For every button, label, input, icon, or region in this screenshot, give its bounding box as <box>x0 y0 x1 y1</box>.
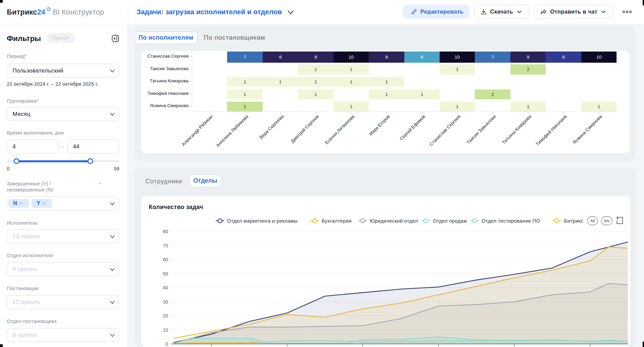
svg-text:30: 30 <box>163 299 168 305</box>
svg-text:70: 70 <box>163 243 168 248</box>
svg-text:50: 50 <box>163 271 168 277</box>
svg-text:0: 0 <box>165 341 168 347</box>
svg-text:Отдел маркетинга и рекламы: Отдел маркетинга и рекламы <box>227 218 298 224</box>
svg-text:Юридический отдел: Юридический отдел <box>370 218 418 224</box>
svg-text:20: 20 <box>163 313 168 319</box>
svg-text:Битрикс: Битрикс <box>564 218 583 224</box>
svg-text:Отдел продаж: Отдел продаж <box>433 218 467 224</box>
svg-text:10: 10 <box>163 327 168 333</box>
svg-text:80: 80 <box>163 229 168 234</box>
svg-text:60: 60 <box>163 257 168 262</box>
svg-text:Inv: Inv <box>604 219 610 223</box>
svg-text:40: 40 <box>163 285 168 290</box>
svg-text:All: All <box>590 219 595 223</box>
svg-text:Бухгалтерия: Бухгалтерия <box>322 218 351 224</box>
svg-text:Отдел тестирование ПО: Отдел тестирование ПО <box>482 218 540 224</box>
